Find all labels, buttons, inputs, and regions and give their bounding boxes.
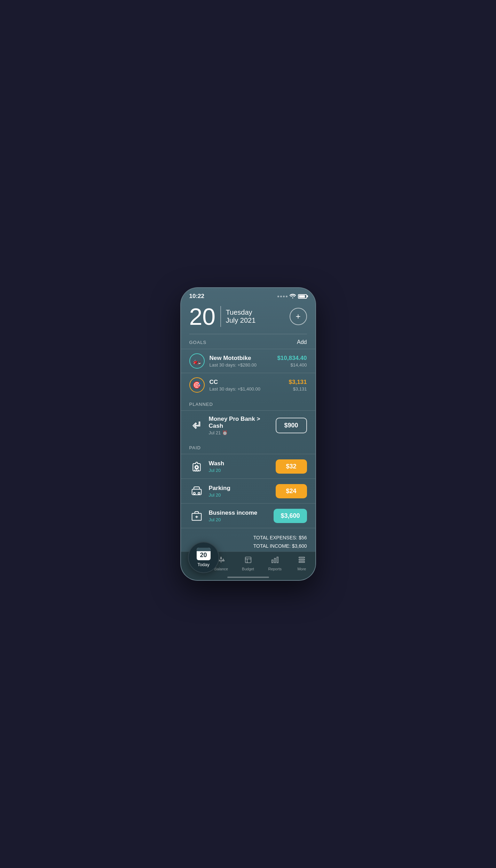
svg-rect-19 [277, 557, 278, 563]
svg-rect-22 [299, 562, 305, 563]
goal-target-motorbike: $14,400 [277, 362, 307, 368]
parking-icon [189, 484, 204, 498]
wifi-icon [290, 294, 296, 299]
planned-section-header: PLANNED [181, 397, 315, 410]
date-divider [220, 306, 221, 327]
goal-sub-motorbike: Last 30 days: +$280.00 [210, 362, 277, 368]
date-display: 20 Tuesday July 2021 [189, 305, 290, 328]
wash-info: Wash Jul 20 [209, 460, 276, 473]
phone-screen: 10:22 20 Tuesday [181, 288, 315, 580]
goal-icon-motorbike: 🏍️ [189, 353, 205, 369]
total-income-label: TOTAL INCOME: [253, 543, 291, 549]
goal-amounts-motorbike: $10,834.40 $14,400 [277, 355, 307, 368]
planned-transfer-name: Money Pro Bank > Cash [209, 416, 276, 429]
goals-title: GOALS [189, 340, 207, 345]
goal-current-motorbike: $10,834.40 [277, 355, 307, 362]
nav-more-label: More [297, 567, 306, 571]
svg-rect-20 [299, 557, 305, 558]
goal-target-cc: $3,131 [289, 386, 307, 392]
plus-icon: + [296, 312, 300, 321]
business-icon [189, 508, 204, 523]
more-icon [298, 556, 306, 565]
parking-name: Parking [209, 485, 276, 492]
today-fab[interactable]: 20 Today [188, 542, 219, 573]
goals-add-button[interactable]: Add [297, 339, 307, 345]
goal-sub-cc: Last 30 days: +$1,400.00 [210, 386, 289, 392]
total-income-value: $3,600 [292, 543, 307, 549]
status-icons [277, 294, 307, 299]
planned-transfer-info: Money Pro Bank > Cash Jul 21 ⏰ [209, 416, 276, 435]
svg-point-8 [198, 492, 200, 494]
home-indicator [227, 577, 269, 578]
goal-icon-cc: 🎯 [189, 377, 205, 393]
status-bar: 10:22 [181, 288, 315, 302]
transfer-icon [189, 418, 204, 433]
svg-point-0 [195, 466, 198, 468]
battery-icon [298, 294, 307, 299]
planned-transfer-date: Jul 21 ⏰ [209, 430, 276, 435]
total-expenses-value: $56 [299, 535, 307, 540]
today-label: Today [197, 562, 210, 567]
nav-item-budget[interactable]: Budget [235, 555, 261, 571]
wash-name: Wash [209, 460, 276, 467]
nav-item-more[interactable]: More [288, 555, 315, 571]
svg-point-7 [193, 492, 195, 494]
motorbike-icon: 🏍️ [192, 357, 201, 365]
svg-rect-21 [299, 559, 305, 560]
parking-info: Parking Jul 20 [209, 485, 276, 498]
today-calendar-icon: 20 [197, 548, 211, 560]
business-date: Jul 20 [209, 517, 274, 522]
header: 20 Tuesday July 2021 + [181, 302, 315, 334]
paid-section-header: PAID [181, 440, 315, 454]
signal-dots-icon [277, 296, 288, 297]
svg-rect-14 [245, 557, 251, 563]
goal-current-cc: $3,131 [289, 379, 307, 386]
planned-item-transfer[interactable]: Money Pro Bank > Cash Jul 21 ⏰ $900 [181, 410, 315, 440]
planned-title: PLANNED [189, 402, 213, 407]
paid-item-business[interactable]: Business income Jul 20 $3,600 [181, 503, 315, 528]
planned-transfer-amount: $900 [276, 418, 307, 433]
nav-reports-label: Reports [268, 567, 282, 571]
nav-budget-label: Budget [242, 567, 254, 571]
svg-rect-17 [272, 560, 273, 563]
nav-item-reports[interactable]: Reports [261, 555, 288, 571]
target-icon: 🎯 [192, 381, 201, 389]
nav-balance-label: Balance [214, 567, 228, 571]
paid-item-wash[interactable]: Wash Jul 20 $32 [181, 454, 315, 479]
budget-icon [244, 556, 252, 565]
date-weekday: Tuesday [226, 308, 256, 316]
status-time: 10:22 [189, 293, 204, 300]
reports-icon [271, 556, 279, 565]
parking-date: Jul 20 [209, 492, 276, 498]
clock-icon: ⏰ [222, 430, 228, 435]
wash-amount: $32 [276, 459, 307, 474]
total-expenses-row: TOTAL EXPENSES: $56 [189, 534, 307, 542]
goal-amounts-cc: $3,131 $3,131 [289, 379, 307, 392]
business-info: Business income Jul 20 [209, 509, 274, 522]
business-name: Business income [209, 509, 274, 516]
paid-item-parking[interactable]: Parking Jul 20 $24 [181, 479, 315, 503]
business-amount: $3,600 [274, 509, 307, 523]
paid-title: PAID [189, 445, 201, 450]
goal-info-motorbike: New Mototbike Last 30 days: +$280.00 [210, 355, 277, 368]
goal-info-cc: CC Last 30 days: +$1,400.00 [210, 379, 289, 392]
date-day: 20 [189, 305, 216, 328]
date-monthyear: July 2021 [226, 316, 256, 324]
wash-date: Jul 20 [209, 468, 276, 473]
add-transaction-button[interactable]: + [290, 308, 307, 325]
total-expenses-label: TOTAL EXPENSES: [253, 535, 298, 540]
phone-frame: 10:22 20 Tuesday [180, 287, 316, 581]
goal-name-cc: CC [210, 379, 289, 386]
wash-icon [189, 459, 204, 474]
parking-amount: $24 [276, 484, 307, 498]
goal-item-motorbike[interactable]: 🏍️ New Mototbike Last 30 days: +$280.00 … [181, 349, 315, 373]
svg-rect-18 [274, 558, 276, 563]
date-text: Tuesday July 2021 [226, 308, 256, 324]
goal-item-cc[interactable]: 🎯 CC Last 30 days: +$1,400.00 $3,131 $3,… [181, 373, 315, 397]
goals-section-header: GOALS Add [181, 334, 315, 349]
goal-name-motorbike: New Mototbike [210, 355, 277, 362]
